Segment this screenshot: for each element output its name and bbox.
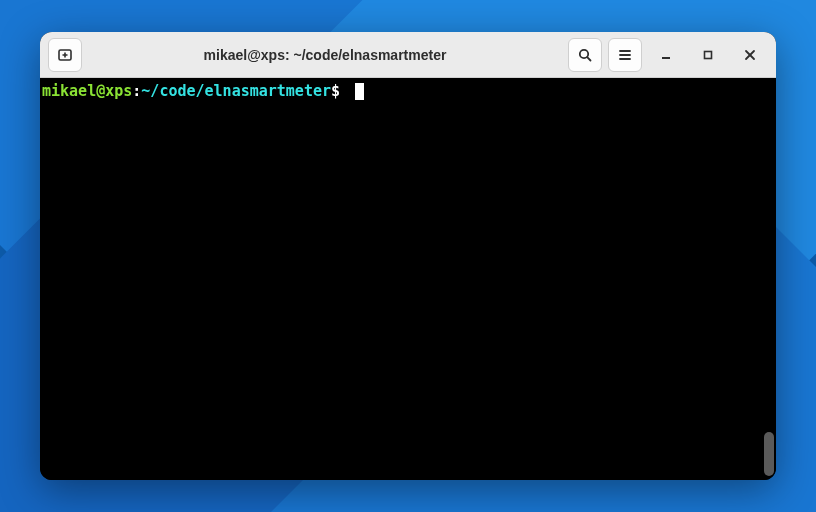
terminal-output[interactable]: mikael@xps:~/code/elnasmartmeter$	[40, 78, 776, 480]
maximize-button[interactable]	[690, 38, 726, 72]
prompt-user-host: mikael@xps	[42, 82, 132, 100]
maximize-icon	[700, 47, 716, 63]
close-button[interactable]	[732, 38, 768, 72]
titlebar: mikael@xps: ~/code/elnasmartmeter	[40, 32, 776, 78]
prompt-symbol: $	[331, 82, 349, 100]
hamburger-icon	[617, 47, 633, 63]
prompt-path: ~/code/elnasmartmeter	[141, 82, 331, 100]
cursor	[355, 83, 364, 100]
search-icon	[577, 47, 593, 63]
prompt-separator: :	[132, 82, 141, 100]
prompt-line: mikael@xps:~/code/elnasmartmeter$	[42, 82, 774, 102]
window-title: mikael@xps: ~/code/elnasmartmeter	[88, 47, 562, 63]
close-icon	[742, 47, 758, 63]
terminal-window: mikael@xps: ~/code/elnasmartmeter	[40, 32, 776, 480]
minimize-button[interactable]	[648, 38, 684, 72]
new-tab-button[interactable]	[48, 38, 82, 72]
scrollbar-thumb[interactable]	[764, 432, 774, 476]
new-tab-icon	[57, 47, 73, 63]
svg-line-4	[587, 57, 590, 60]
search-button[interactable]	[568, 38, 602, 72]
menu-button[interactable]	[608, 38, 642, 72]
svg-rect-9	[705, 51, 712, 58]
minimize-icon	[658, 47, 674, 63]
